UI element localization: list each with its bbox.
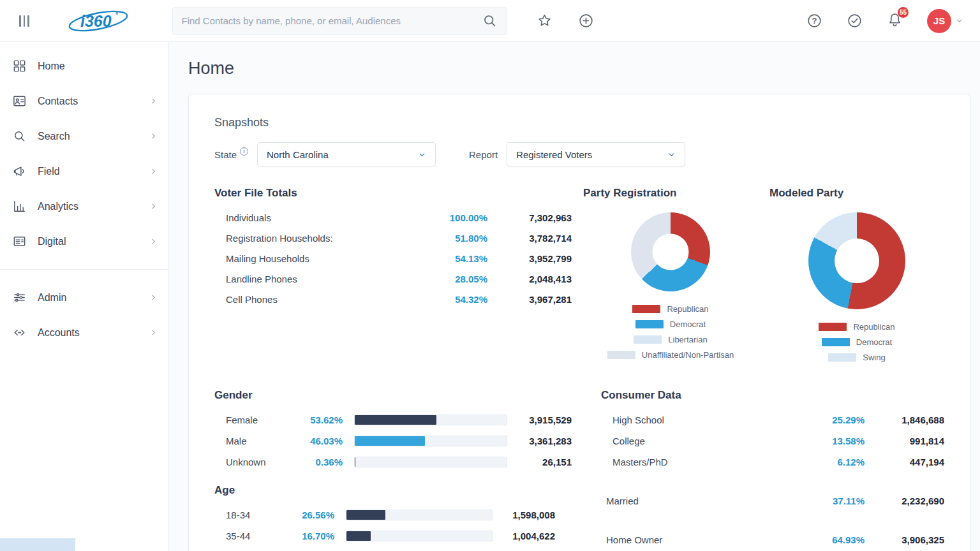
search-icon[interactable] [482,13,498,29]
state-select[interactable]: North Carolina [257,142,436,166]
sidebar-item-admin[interactable]: Admin [0,280,168,315]
sidebar-footer-widget[interactable] [0,538,75,551]
bar-fill [355,457,355,467]
bar-track [346,531,493,541]
row-label: Individuals [226,212,417,223]
modeled-party-chart: Modeled Party Republican [769,187,944,362]
tasks-button[interactable] [847,13,863,29]
sidebar-item-label: Contacts [38,96,149,107]
row-label: Landline Phones [226,274,417,284]
row-value: 1,846,688 [865,415,944,425]
row-label: Male [226,436,306,446]
notifications-button[interactable]: 55 [887,11,903,30]
sidebar-item-search[interactable]: Search [0,119,168,154]
sidebar: Home Contacts Search Field [0,42,169,551]
legend-item: Unaffiliated/Non-Partisan [607,350,734,360]
sidebar-item-label: Analytics [38,201,149,212]
info-icon[interactable]: i [240,147,248,156]
sidebar-item-analytics[interactable]: Analytics [0,189,168,224]
favorites-button[interactable] [537,13,553,29]
sidebar-item-contacts[interactable]: Contacts [0,84,168,119]
gender-row: Unknown 0.36% 26,151 [214,452,572,473]
digital-icon [11,234,27,249]
row-percent: 100.00% [417,212,487,223]
row-value: 3,361,283 [507,436,572,446]
voter-file-totals-title: Voter File Totals [214,187,572,200]
contacts-icon [11,94,27,109]
party-registration-title: Party Registration [583,187,758,200]
global-search[interactable] [172,7,507,35]
legend-swatch [635,320,664,328]
gender-title: Gender [214,389,572,402]
legend-swatch [819,323,847,331]
row-value: 3,952,799 [487,253,572,264]
consumer-row: High School 25.29% 1,846,688 [601,409,944,430]
row-percent: 28.05% [417,274,487,284]
notification-badge: 55 [898,7,909,18]
user-menu[interactable]: JS [927,9,963,33]
bar-fill [346,510,385,520]
snapshots-card: Snapshots State i North Carolina Report … [188,94,970,551]
row-percent: 0.36% [306,457,343,467]
modeled-party-title: Modeled Party [769,187,944,200]
sidebar-item-home[interactable]: Home [0,48,168,84]
row-label: Female [226,415,306,425]
state-label: State i [214,149,248,160]
page-title: Home [188,59,980,78]
legend-swatch [607,351,635,359]
help-icon: ? [806,13,822,29]
legend-swatch [632,305,660,313]
chevron-right-icon [149,328,158,337]
row-label: Unknown [226,457,306,467]
row-value: 1,004,622 [493,531,572,541]
row-value: 2,232,690 [865,496,944,506]
row-percent: 54.13% [417,253,487,264]
sidebar-item-label: Admin [38,292,149,304]
row-value: 447,194 [865,457,944,467]
help-button[interactable]: ? [806,13,822,29]
row-value: 7,302,963 [487,212,572,223]
row-percent: 46.03% [306,436,343,446]
sidebar-item-field[interactable]: Field [0,154,168,189]
bar-track [346,510,493,520]
report-select[interactable]: Registered Voters [507,142,685,166]
legend-label: Republican [667,304,708,314]
age-row: 45-54 15.84% 953,073 [214,547,572,551]
svg-text:i360: i360 [80,12,112,30]
row-label: High School [612,415,807,425]
sidebar-item-label: Accounts [38,327,149,339]
svg-text:?: ? [812,16,817,26]
legend-label: Unaffiliated/Non-Partisan [642,350,734,360]
sidebar-item-label: Search [38,131,149,142]
megaphone-icon [11,164,27,179]
row-label: Masters/PhD [612,457,807,467]
chevron-right-icon [149,131,158,141]
bar-fill [355,436,425,446]
sidebar-item-accounts[interactable]: Accounts [0,315,168,350]
avatar: JS [927,9,951,33]
legend-item: Republican [632,304,708,314]
legend-swatch [634,335,662,344]
sidebar-item-label: Field [38,166,149,177]
row-percent: 37.11% [807,496,865,506]
legend-swatch [828,353,856,362]
top-bar: i360 ° ? [0,0,980,42]
row-percent: 16.70% [297,531,334,541]
bar-fill [355,415,436,425]
modeled-party-donut [808,212,905,309]
sidebar-item-digital[interactable]: Digital [0,224,168,259]
consumer-row: Married 37.11% 2,232,690 [601,490,944,511]
consumer-row: Masters/PhD 6.12% 447,194 [601,452,944,473]
gender-age-section: Gender Female 53.62% 3,915,529 Male 46.0… [214,389,572,551]
i360-logo: i360 ° [63,6,134,36]
legend-item: Democrat [635,320,706,329]
modeled-party-legend: Republican Democrat Swing [819,322,895,362]
legend-item: Swing [828,353,885,362]
sidebar-divider [0,269,168,270]
search-input[interactable] [182,15,482,26]
consumer-row: College 13.58% 991,814 [601,430,944,452]
row-percent: 64.93% [807,534,865,545]
legend-label: Libertarian [668,335,707,344]
menu-toggle-button[interactable] [17,13,32,29]
quick-add-button[interactable] [578,13,594,29]
